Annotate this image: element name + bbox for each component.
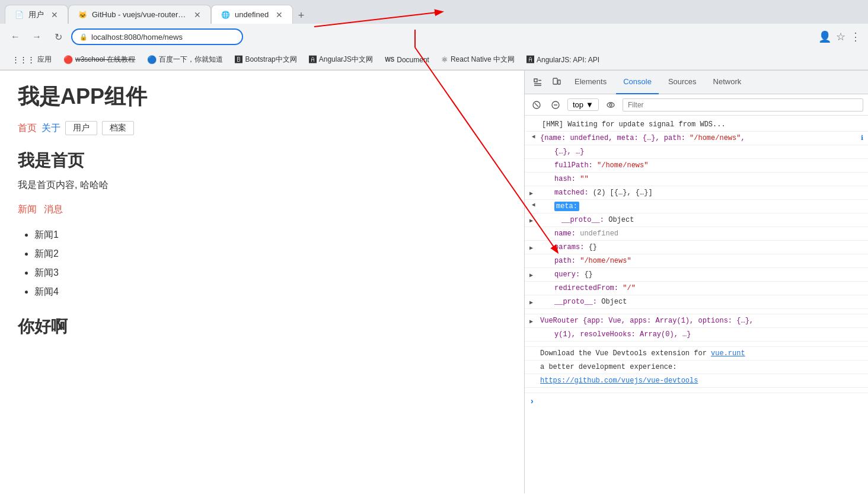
home-title: 我是首页	[18, 149, 506, 172]
bm-w3school[interactable]: 🔴 w3school 在线教程	[59, 52, 140, 67]
tab-console[interactable]: Console	[616, 71, 659, 94]
tab-bar: 📄 用户 ✕ 🐱 GitHub - vuejs/vue-router at v.…	[0, 0, 868, 24]
back-button[interactable]: ←	[7, 28, 24, 45]
bm-angular-api-label: AngularJS: API: API	[537, 56, 599, 64]
bm-react-native[interactable]: ⚛ React Native 中文网	[436, 52, 519, 67]
page-nav: 首页 关于 用户 档案	[18, 121, 506, 135]
bootstrap-icon: 🅱	[235, 55, 242, 64]
console-line-hmr: ▶ [HMR] Waiting for update signal from W…	[525, 118, 868, 132]
svg-rect-4	[553, 78, 557, 84]
angular-icon: 🅰	[309, 55, 317, 64]
reload-button[interactable]: ↻	[50, 28, 66, 45]
menu-icon[interactable]: ⋮	[850, 30, 861, 43]
tab-elements[interactable]: Elements	[567, 71, 614, 94]
news-item-3: 新闻3	[34, 263, 506, 282]
context-dropdown-icon: ▼	[586, 100, 593, 109]
obj-suffix: {…}, …}	[540, 148, 863, 156]
bm-angular-label: AngularJS中文网	[319, 55, 373, 65]
console-line-download3: ▶ https://github.com/vuejs/vue-devtools	[525, 374, 868, 388]
nav-archive-btn[interactable]: 档案	[102, 121, 134, 135]
tab-close-github[interactable]: ✕	[194, 10, 201, 20]
console-line-obj2: ▶ {…}, …}	[525, 145, 868, 159]
tab-close[interactable]: ✕	[51, 10, 58, 20]
home-content: 我是首页内容, 哈哈哈	[18, 179, 506, 192]
address-bar-row: ← → ↻ 🔒 localhost:8080/home/news 👤 ☆ ⋮	[0, 24, 868, 50]
inspect-element-btn[interactable]	[529, 74, 546, 91]
bookmarks-bar: ⋮⋮⋮ 应用 🔴 w3school 在线教程 🔵 百度一下，你就知道 🅱 Boo…	[0, 50, 868, 70]
tab-network[interactable]: Network	[706, 71, 749, 94]
profile-icon[interactable]: 👤	[818, 30, 831, 43]
console-output: ▶ [HMR] Waiting for update signal from W…	[525, 116, 868, 493]
nav-user-btn[interactable]: 用户	[65, 121, 97, 135]
console-filter-input[interactable]	[623, 98, 863, 111]
console-line-name: ▶ name: undefined	[525, 227, 868, 241]
star-icon[interactable]: ☆	[836, 30, 845, 43]
sub-nav-news[interactable]: 新闻	[18, 203, 37, 216]
sub-nav: 新闻 消息	[18, 203, 506, 216]
eye-btn[interactable]	[604, 98, 618, 112]
bm-angularjs[interactable]: 🅰 AngularJS中文网	[304, 52, 378, 67]
bm-baidu-label: 百度一下，你就知道	[159, 55, 223, 65]
tab-undefined[interactable]: 🌐 undefined ✕	[211, 5, 293, 24]
console-line-redirected: ▶ redirectedFrom: "/"	[525, 282, 868, 295]
tab-close-undefined[interactable]: ✕	[276, 10, 283, 20]
address-input[interactable]: 🔒 localhost:8080/home/news	[71, 28, 243, 45]
expand-matched[interactable]: ▶	[529, 190, 537, 197]
bm-angularjs-api[interactable]: 🅰 AngularJS: API: API	[522, 53, 604, 66]
stop-btn[interactable]	[548, 98, 563, 112]
expand-proto2[interactable]: ▶	[529, 299, 537, 306]
bm-apps-label: 应用	[37, 55, 52, 65]
expand-vuerouter[interactable]: ▶	[529, 318, 537, 325]
hmr-text: [HMR] Waiting for update signal from WDS…	[542, 120, 863, 129]
vue-devtools-link1[interactable]: vue.runt	[711, 349, 745, 358]
bm-document[interactable]: WS Document	[380, 53, 434, 66]
sub-nav-message[interactable]: 消息	[44, 203, 63, 216]
svg-point-10	[607, 103, 614, 107]
console-line-proto1: ▶ __proto__: Object	[525, 213, 868, 227]
download-url: https://github.com/vuejs/vue-devtools	[540, 377, 863, 385]
expand-params[interactable]: ▶	[529, 244, 537, 251]
new-tab-button[interactable]: +	[293, 7, 309, 24]
tab-github[interactable]: 🐱 GitHub - vuejs/vue-router at v... ✕	[68, 5, 211, 24]
bm-bootstrap[interactable]: 🅱 Bootstrap中文网	[230, 52, 301, 67]
svg-rect-0	[534, 79, 537, 82]
bm-baidu[interactable]: 🔵 百度一下，你就知道	[142, 52, 228, 67]
expand-proto1[interactable]: ▶	[529, 217, 537, 224]
clear-console-btn[interactable]	[529, 98, 544, 112]
tab-sources[interactable]: Sources	[661, 71, 704, 94]
expand-meta[interactable]: ▼	[530, 203, 537, 211]
console-input[interactable]	[538, 397, 863, 406]
nav-about[interactable]: 关于	[42, 122, 60, 135]
console-line-proto2: ▶ __proto__: Object	[525, 295, 868, 309]
device-toolbar-btn[interactable]	[548, 74, 565, 91]
console-line-download: ▶ Download the Vue Devtools extension fo…	[525, 347, 868, 361]
tab-icon: 📄	[15, 11, 24, 19]
matched-text: matched: (2) [{…}, {…}]	[540, 189, 863, 197]
svg-line-7	[535, 103, 538, 107]
redirected-text: redirectedFrom: "/"	[540, 284, 863, 292]
tab-用户[interactable]: 📄 用户 ✕	[5, 5, 68, 24]
nav-home[interactable]: 首页	[18, 122, 37, 135]
expand-query[interactable]: ▶	[529, 272, 537, 279]
console-line-empty2	[525, 342, 868, 347]
vuerouter-suffix: y(1), resolveHooks: Array(0), …}	[540, 330, 863, 339]
console-line-meta: ▼ meta:	[525, 200, 868, 213]
page-content: 我是APP组件 首页 关于 用户 档案 我是首页 我是首页内容, 哈哈哈 新闻 …	[0, 71, 524, 493]
proto1-text: __proto__: Object	[540, 216, 863, 224]
console-line-hash: ▶ hash: ""	[525, 173, 868, 186]
query-text: query: {}	[540, 270, 863, 279]
download-text2: a better development experience:	[540, 363, 863, 371]
download-text: Download the Vue Devtools extension for …	[540, 349, 863, 358]
info-icon[interactable]: ℹ	[861, 134, 863, 142]
hello-title: 你好啊	[18, 315, 506, 338]
console-line-empty3	[525, 388, 868, 393]
bm-apps[interactable]: ⋮⋮⋮ 应用	[7, 52, 56, 67]
news-list: 新闻1 新闻2 新闻3 新闻4	[18, 225, 506, 301]
expand-icon-obj[interactable]: ▼	[530, 135, 537, 142]
vue-devtools-link2[interactable]: https://github.com/vuejs/vue-devtools	[540, 377, 698, 385]
prompt-arrow-icon: ›	[529, 397, 534, 406]
context-selector[interactable]: top ▼	[567, 98, 599, 111]
console-line-params: ▶ params: {}	[525, 241, 868, 254]
forward-button[interactable]: →	[28, 28, 45, 45]
ws-icon: WS	[385, 56, 394, 63]
